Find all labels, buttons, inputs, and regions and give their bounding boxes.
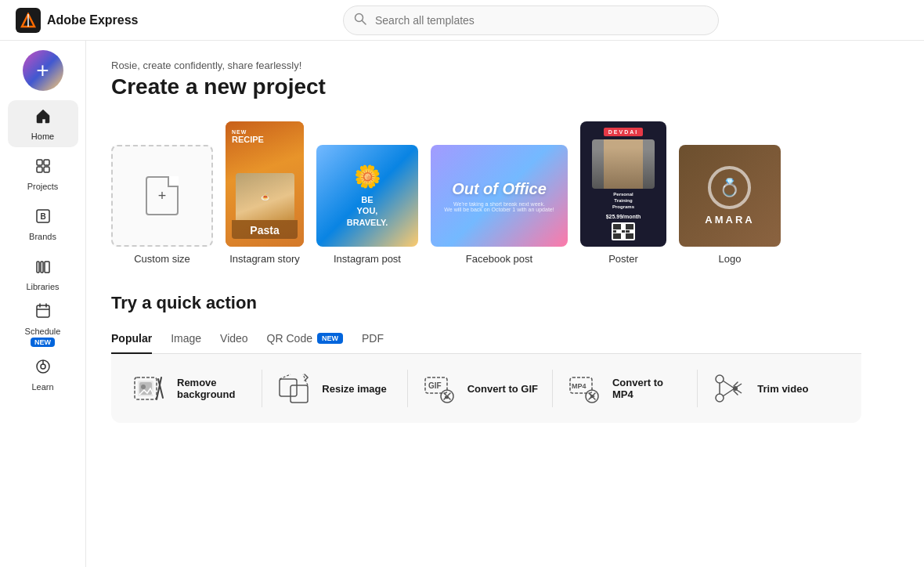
tab-image[interactable]: Image: [171, 326, 201, 354]
template-custom-size[interactable]: + Custom size: [111, 145, 213, 265]
instagram-post-thumb: 🌼 BEYOU,BRAVELY.: [316, 145, 418, 247]
pasta-title-area: Pasta: [232, 220, 298, 239]
main-content: Rosie, create confidently, share fearles…: [86, 41, 886, 567]
sidebar: + Home Projects: [0, 41, 86, 567]
svg-rect-27: [291, 385, 308, 403]
template-facebook-post[interactable]: Out of Office We're taking a short break…: [431, 145, 568, 265]
poster-person: [604, 139, 643, 189]
svg-rect-7: [44, 167, 49, 172]
sidebar-projects-label: Projects: [27, 182, 59, 191]
svg-line-3: [363, 20, 366, 24]
quick-actions-row: Remove background Resize image: [130, 370, 843, 407]
learn-icon: [34, 358, 52, 379]
add-button[interactable]: +: [23, 50, 63, 91]
svg-rect-11: [41, 262, 43, 273]
svg-point-18: [41, 364, 45, 369]
search-input[interactable]: [343, 5, 719, 35]
mp4-label: Convert to MP4: [612, 377, 684, 400]
tab-popular[interactable]: Popular: [111, 326, 152, 354]
trim-label: Trim video: [757, 383, 808, 395]
svg-rect-5: [44, 160, 49, 165]
resize-label: Resize image: [322, 383, 386, 395]
template-poster[interactable]: DEVDAI PersonalTrainingPrograms $25.99/m…: [580, 121, 666, 265]
tab-pdf[interactable]: PDF: [362, 326, 384, 354]
doc-icon: +: [146, 176, 179, 215]
template-instagram-story[interactable]: NEW RECIPE 🍝 Pasta Instagram story: [226, 121, 304, 265]
sidebar-home-label: Home: [31, 132, 54, 141]
template-facebook-post-label: Facebook post: [466, 253, 532, 265]
svg-rect-6: [37, 167, 42, 172]
sidebar-item-libraries[interactable]: Libraries: [8, 251, 78, 298]
tab-video[interactable]: Video: [220, 326, 248, 354]
topbar: Adobe Express: [0, 0, 924, 41]
out-of-office-text: Out of Office: [452, 179, 547, 198]
page-title: Create a new project: [111, 74, 861, 99]
logo-thumb: 💍 AMARA: [679, 145, 781, 247]
flower-emoji: 🌼: [354, 164, 381, 190]
tab-image-label: Image: [171, 332, 201, 345]
story-visual-area: 🍝: [232, 144, 298, 220]
instagram-story-img: NEW RECIPE 🍝 Pasta: [226, 121, 304, 247]
poster-brand-label: DEVDAI: [604, 128, 643, 136]
search-bar[interactable]: [343, 5, 719, 35]
ooo-subtext: We're taking a short break next week.We …: [444, 201, 554, 212]
template-logo[interactable]: 💍 AMARA Logo: [679, 145, 781, 265]
quick-action-tabs: Popular Image Video QR Code NEW PDF: [111, 326, 861, 354]
poster-qr-code: [612, 222, 635, 240]
quick-action-resize[interactable]: Resize image: [275, 370, 407, 407]
facebook-post-thumb: Out of Office We're taking a short break…: [431, 145, 568, 247]
sidebar-schedule-label: Schedule: [25, 327, 61, 336]
remove-bg-label: Remove background: [177, 377, 249, 400]
sidebar-item-brands[interactable]: B Brands: [8, 200, 78, 247]
template-custom-size-label: Custom size: [134, 253, 190, 265]
home-icon: [34, 107, 52, 128]
app-name: Adobe Express: [47, 13, 138, 27]
tab-video-label: Video: [220, 332, 248, 345]
poster-figure: [592, 139, 655, 189]
svg-point-36: [716, 394, 724, 402]
templates-row: + Custom size NEW RECIPE 🍝: [111, 121, 861, 265]
svg-rect-26: [280, 379, 297, 396]
template-instagram-story-label: Instagram story: [229, 253, 300, 265]
quick-action-gif[interactable]: GIF Convert to GIF: [420, 370, 553, 407]
sidebar-item-learn[interactable]: Learn: [8, 351, 78, 398]
projects-icon: [34, 157, 52, 179]
svg-point-35: [716, 375, 724, 383]
svg-point-40: [733, 386, 738, 391]
sidebar-item-schedule[interactable]: Schedule NEW: [8, 301, 78, 348]
be-you-text: BEYOU,BRAVELY.: [347, 194, 388, 228]
svg-line-38: [723, 381, 742, 393]
quick-action-mp4[interactable]: MP4 Convert to MP4: [565, 370, 698, 407]
search-icon: [354, 13, 366, 28]
svg-line-39: [723, 384, 742, 396]
tab-qr-code[interactable]: QR Code NEW: [267, 326, 343, 354]
svg-rect-4: [37, 160, 42, 165]
tab-qr-code-label: QR Code: [267, 332, 312, 345]
custom-size-icon: +: [146, 176, 179, 215]
gif-icon: GIF: [420, 370, 458, 407]
libraries-icon: [34, 258, 52, 279]
brands-icon: B: [34, 208, 52, 229]
poster-thumb: DEVDAI PersonalTrainingPrograms $25.99/m…: [580, 121, 666, 247]
remove-bg-icon: [130, 370, 168, 407]
sidebar-item-home[interactable]: Home: [8, 100, 78, 147]
quick-action-trim[interactable]: Trim video: [710, 370, 842, 407]
mp4-icon: MP4: [565, 370, 603, 407]
pasta-label: 🍝: [261, 193, 269, 200]
plus-icon: +: [36, 60, 49, 81]
template-instagram-post[interactable]: 🌼 BEYOU,BRAVELY. Instagram post: [316, 145, 418, 265]
template-instagram-post-label: Instagram post: [334, 253, 401, 265]
quick-action-title: Try a quick action: [111, 293, 861, 313]
sidebar-learn-label: Learn: [31, 382, 53, 392]
svg-text:MP4: MP4: [572, 382, 587, 390]
quick-actions-container: Remove background Resize image: [111, 354, 861, 423]
poster-price-text: $25.99/month: [606, 214, 641, 219]
quick-action-remove-bg[interactable]: Remove background: [130, 370, 262, 407]
greeting-text: Rosie, create confidently, share fearles…: [111, 60, 861, 71]
svg-text:B: B: [40, 212, 45, 221]
svg-point-23: [141, 385, 146, 389]
sidebar-item-projects[interactable]: Projects: [8, 150, 78, 197]
logo-jewel-icon: 💍: [719, 178, 740, 198]
logo-brand-text: AMARA: [705, 214, 754, 226]
pasta-title: Pasta: [250, 224, 279, 237]
